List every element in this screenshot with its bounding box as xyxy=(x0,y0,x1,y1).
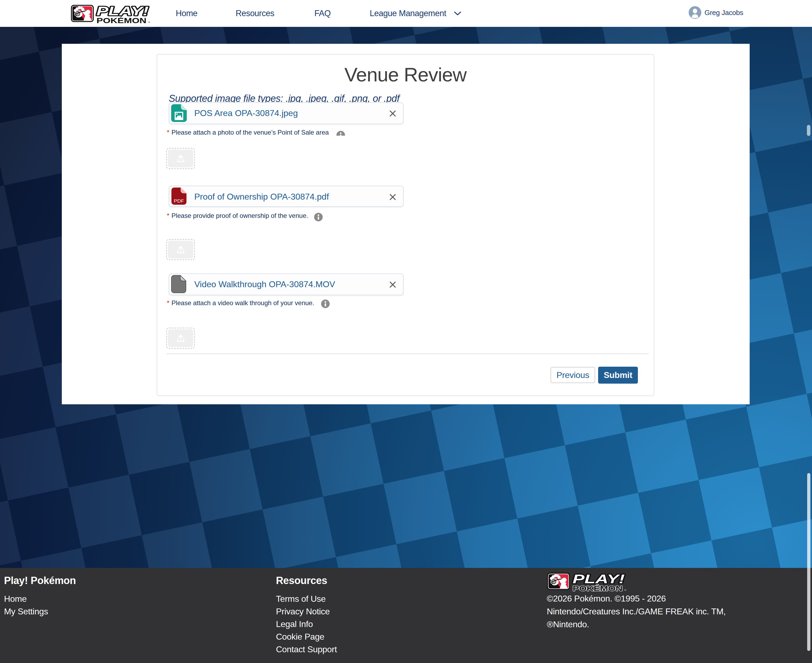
svg-text:POKÉMON: POKÉMON xyxy=(97,16,146,24)
svg-text:™: ™ xyxy=(148,21,150,24)
svg-text:PLAY!: PLAY! xyxy=(573,572,625,586)
svg-text:PLAY!: PLAY! xyxy=(97,4,149,18)
svg-text:™: ™ xyxy=(624,589,626,592)
svg-text:PDF: PDF xyxy=(174,199,184,204)
svg-text:POKÉMON: POKÉMON xyxy=(573,584,623,592)
